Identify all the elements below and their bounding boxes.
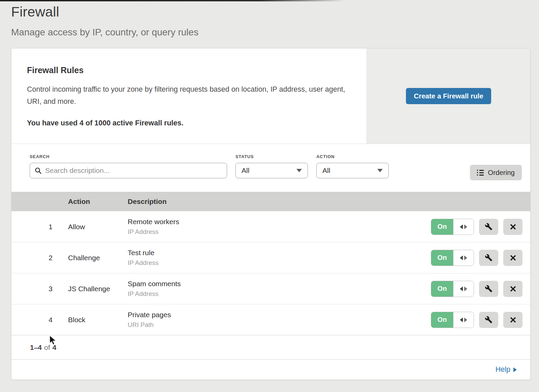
action-filter-group: ACTION All [316,154,389,192]
wrench-icon [485,223,493,231]
table-row: 3 JS Challenge Spam comments IP Address … [11,273,530,304]
toggle-handle-icon [453,312,474,328]
status-label: STATUS [235,154,308,159]
intro-section: Firewall Rules Control incoming traffic … [11,49,530,144]
edit-rule-button[interactable] [479,219,498,235]
table-header: Action Description [11,192,530,211]
rule-toggle[interactable]: On [431,281,474,297]
action-label: ACTION [316,154,389,159]
search-input[interactable] [45,167,222,175]
rule-match-type: URI Path [128,321,431,329]
toggle-on-label: On [431,219,453,235]
create-rule-panel: Create a Firewall rule [367,49,530,144]
help-link[interactable]: Help [496,365,517,374]
toggle-handle-icon [453,250,474,266]
pagination-total: 4 [53,343,57,352]
search-icon [35,167,42,174]
delete-rule-button[interactable] [503,219,522,235]
rule-toggle[interactable]: On [431,250,474,266]
edit-rule-button[interactable] [479,281,498,297]
rule-action: JS Challenge [68,285,128,293]
status-select[interactable]: All [235,163,308,178]
action-select[interactable]: All [316,163,389,178]
rule-description-cell: Remote workers IP Address [128,218,431,236]
table-row: 1 Allow Remote workers IP Address On [11,211,530,242]
close-icon [510,223,516,230]
toggle-handle-icon [453,219,474,235]
rule-match-type: IP Address [128,228,431,236]
rule-action: Allow [68,223,128,231]
status-selected-value: All [242,167,249,175]
help-link-label: Help [496,365,510,374]
filter-bar: SEARCH STATUS All ACTION All [11,144,530,192]
page-header: Firewall Manage access by IP, country, o… [0,0,539,38]
close-icon [510,254,516,261]
ordering-button[interactable]: Ordering [470,165,522,180]
pagination-range: 1–4 [30,343,42,352]
card-description: Control incoming traffic to your zone by… [27,83,347,108]
rule-description: Remote workers [128,218,431,226]
delete-rule-button[interactable] [503,250,522,266]
toggle-handle-icon [453,281,474,297]
rule-match-type: IP Address [128,290,431,298]
rule-controls: On [431,312,530,328]
rule-priority: 4 [11,316,68,324]
search-box [30,163,227,178]
rule-description: Test rule [128,249,431,257]
card-heading: Firewall Rules [27,65,351,75]
right-triangle-icon [513,367,517,372]
wrench-icon [485,285,493,293]
action-selected-value: All [322,167,330,175]
create-firewall-rule-button[interactable]: Create a Firewall rule [406,88,491,104]
delete-rule-button[interactable] [503,281,522,297]
rule-controls: On [431,250,530,266]
caret-down-icon [377,169,383,172]
rule-description: Private pages [128,311,431,319]
edit-rule-button[interactable] [479,312,498,328]
rule-match-type: IP Address [128,259,431,267]
rule-action: Block [68,316,128,324]
rule-controls: On [431,219,530,235]
caret-down-icon [296,169,302,172]
table-row: 4 Block Private pages URI Path On [11,304,530,335]
pagination-bar: 1–4 of 4 [11,335,530,359]
search-filter-group: SEARCH [30,154,227,192]
rule-priority: 3 [11,285,68,293]
toggle-on-label: On [431,312,453,328]
intro-text-panel: Firewall Rules Control incoming traffic … [11,49,367,144]
ordering-button-label: Ordering [488,169,515,177]
close-icon [510,285,516,292]
rule-description-cell: Test rule IP Address [128,249,431,267]
rule-toggle[interactable]: On [431,312,474,328]
rule-description-cell: Spam comments IP Address [128,280,431,298]
page-subtitle: Manage access by IP, country, or query r… [11,27,539,38]
wrench-icon [485,316,493,324]
rule-description: Spam comments [128,280,431,288]
usage-note: You have used 4 of 1000 active Firewall … [27,119,351,127]
delete-rule-button[interactable] [503,312,522,328]
close-icon [510,316,516,323]
toggle-on-label: On [431,250,453,266]
window-top-edge [0,0,539,1]
firewall-rules-card: Firewall Rules Control incoming traffic … [11,48,531,380]
pagination-separator: of [44,343,50,352]
rule-action: Challenge [68,254,128,262]
rule-priority: 2 [11,254,68,262]
status-filter-group: STATUS All [235,154,308,192]
ordering-list-icon [477,170,484,176]
edit-rule-button[interactable] [479,250,498,266]
rule-controls: On [431,281,530,297]
wrench-icon [485,254,493,262]
rule-priority: 1 [11,223,68,231]
column-header-description: Description [128,198,530,206]
help-bar: Help [11,359,530,380]
column-header-action: Action [68,198,128,206]
rule-description-cell: Private pages URI Path [128,311,431,329]
page-title: Firewall [11,4,539,20]
rule-toggle[interactable]: On [431,219,474,235]
search-label: SEARCH [30,154,227,159]
toggle-on-label: On [431,281,453,297]
table-row: 2 Challenge Test rule IP Address On [11,242,530,273]
